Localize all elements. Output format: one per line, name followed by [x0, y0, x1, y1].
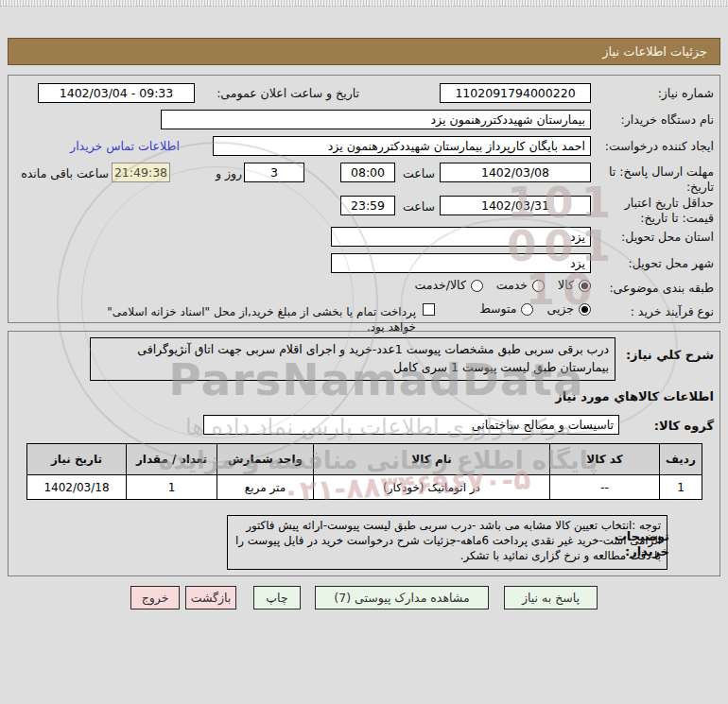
hours-remaining-label: ساعت باقی مانده: [11, 166, 109, 181]
print-button[interactable]: چاپ: [253, 586, 301, 610]
respond-to-need-button[interactable]: پاسخ به نیاز: [504, 586, 598, 610]
radio-goods-service-label: کالا/خدمت: [414, 278, 465, 293]
buyer-contact-link[interactable]: اطلاعات تماس خریدار: [55, 139, 195, 153]
announce-datetime-field[interactable]: 1402/03/04 - 09:33: [38, 83, 195, 103]
radio-service-label: خدمت: [496, 278, 528, 293]
header-need-date: تاریخ نیاز: [27, 444, 127, 475]
cell-quantity: 1: [127, 475, 217, 500]
exit-button[interactable]: خروج: [130, 586, 180, 610]
reply-deadline-days-field[interactable]: 3: [244, 163, 304, 182]
radio-minor[interactable]: جزیی: [546, 301, 591, 317]
subject-class-label: طبقه بندی موضوعی:: [594, 281, 714, 296]
need-details-page: جزئیات اطلاعات نیاز شماره نیاز: 11020917…: [0, 0, 728, 704]
header-quantity: تعداد / مقدار: [127, 444, 217, 475]
radio-service-icon[interactable]: [532, 280, 545, 292]
view-attachments-button[interactable]: مشاهده مدارک پیوستی (7): [315, 586, 489, 610]
radio-medium-label: متوسط: [479, 301, 516, 317]
reply-deadline-time-field[interactable]: 08:00: [340, 163, 395, 182]
radio-goods[interactable]: کالا: [558, 278, 591, 293]
cell-row-number: 1: [660, 475, 702, 500]
reply-deadline-date-field[interactable]: 1402/03/08: [440, 163, 591, 182]
cell-unit: متر مربع: [217, 475, 314, 500]
radio-medium-icon[interactable]: [521, 303, 533, 316]
cell-goods-name: در اتوماتیک (خودکار): [314, 475, 550, 500]
reply-deadline-hour-label: ساعت: [397, 166, 435, 181]
price-validity-date-field[interactable]: 1402/03/31: [440, 196, 591, 215]
goods-group-field[interactable]: تاسیسات و مصالح ساختمانی: [203, 415, 619, 435]
countdown-timer: 21:49:38: [112, 163, 170, 182]
subject-class-radiogroup: کالا خدمت کالا/خدمت: [364, 278, 591, 293]
radio-medium[interactable]: متوسط: [479, 301, 533, 317]
goods-table: ردیف کد کالا نام کالا واحد شمارش تعداد /…: [26, 443, 702, 500]
radio-minor-label: جزیی: [546, 301, 574, 317]
price-validity-label: حداقل تاریخ اعتبار قیمت: تا تاریخ:: [594, 196, 714, 226]
goods-info-heading: اطلاعات کالاهاي مورد نیاز: [525, 389, 714, 404]
need-number-field[interactable]: 1102091794000220: [440, 83, 591, 103]
process-type-radiogroup: جزیی متوسط: [449, 301, 591, 317]
radio-service[interactable]: خدمت: [496, 278, 545, 293]
header-row-number: ردیف: [660, 444, 702, 475]
price-validity-time-field[interactable]: 23:59: [340, 196, 395, 215]
request-creator-label: ایجاد کننده درخواست:: [577, 139, 714, 154]
header-goods-name: نام کالا: [314, 444, 550, 475]
goods-table-header-row: ردیف کد کالا نام کالا واحد شمارش تعداد /…: [27, 444, 702, 475]
need-description-label: شرح کلي نیاز:: [615, 348, 714, 363]
delivery-province-label: استان محل تحویل:: [594, 230, 714, 245]
delivery-province-field[interactable]: یزد: [331, 227, 591, 247]
goods-table-row: 1 -- در اتوماتیک (خودکار) متر مربع 1 140…: [27, 475, 702, 500]
radio-goods-icon[interactable]: [579, 280, 591, 292]
radio-goods-service-icon[interactable]: [471, 280, 483, 292]
delivery-city-label: شهر محل تحویل:: [594, 256, 714, 271]
goods-group-label: گروه کالا:: [621, 419, 714, 434]
reply-deadline-label: مهلت ارسال پاسخ: تا تاریخ:: [594, 164, 714, 195]
buyer-org-label: نام دستگاه خریدار:: [577, 112, 714, 128]
back-button[interactable]: بازگشت: [185, 586, 236, 610]
buyer-notes-box[interactable]: توجه :انتخاب تعیین کالا مشابه می باشد -د…: [227, 515, 667, 570]
radio-minor-icon[interactable]: [579, 303, 591, 316]
announce-datetime-label: تاریخ و ساعت اعلان عمومی:: [199, 86, 359, 101]
radio-goods-service[interactable]: کالا/خدمت: [414, 278, 482, 293]
header-unit: واحد شمارش: [217, 444, 314, 475]
buyer-org-field[interactable]: بیمارستان شهیددکتررهنمون یزد: [161, 110, 591, 129]
treasury-checkbox[interactable]: [423, 303, 435, 316]
radio-goods-label: کالا: [558, 278, 574, 293]
delivery-city-field[interactable]: یزد: [331, 253, 591, 273]
need-description-box[interactable]: درب برقی سربی طبق مشخصات پیوست 1عدد-خرید…: [90, 337, 615, 381]
request-creator-field[interactable]: احمد بایگان کارپرداز بیمارستان شهیددکترر…: [213, 136, 591, 156]
cell-goods-code: --: [550, 475, 660, 500]
need-number-label: شماره نیاز:: [577, 86, 714, 101]
header-goods-code: کد کالا: [550, 444, 660, 475]
top-texture-strip: [0, 0, 728, 7]
price-validity-hour-label: ساعت: [397, 199, 435, 215]
cell-need-date: 1402/03/18: [27, 475, 127, 500]
page-title: جزئیات اطلاعات نیاز: [8, 38, 720, 65]
process-type-label: نوع فرآیند خرید :: [594, 304, 714, 319]
days-and-label: روز و: [208, 166, 242, 181]
